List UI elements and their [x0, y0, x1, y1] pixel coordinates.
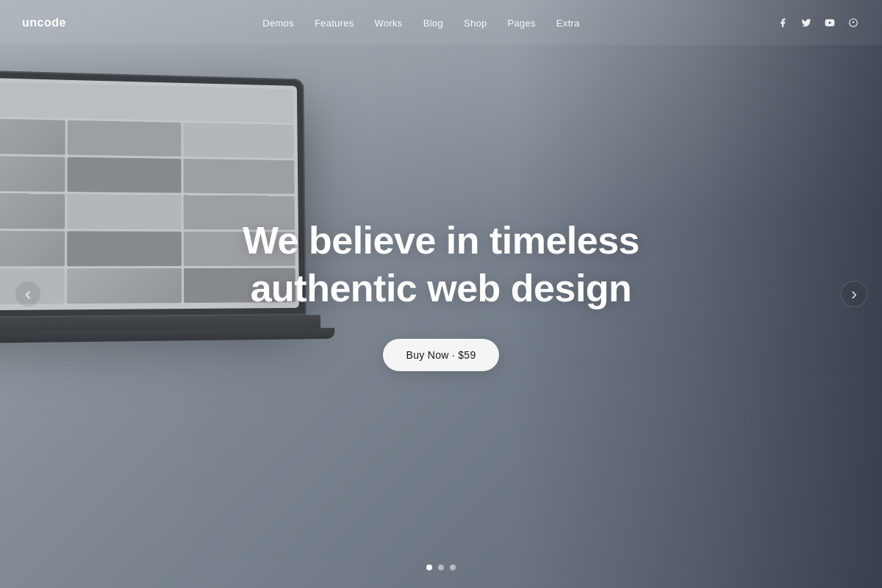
nav-item-works: Works	[375, 16, 403, 29]
nav-item-demos: Demos	[262, 16, 294, 29]
logo[interactable]: uncode	[22, 16, 66, 29]
nav-link-blog[interactable]: Blog	[423, 18, 443, 29]
carousel-dot-3[interactable]	[450, 564, 456, 570]
carousel-next-arrow[interactable]: ›	[841, 281, 867, 307]
youtube-icon[interactable]	[823, 16, 836, 29]
nav-link-pages[interactable]: Pages	[507, 18, 535, 29]
nav-link-works[interactable]: Works	[375, 18, 403, 29]
social-icons	[776, 16, 860, 29]
twitter-icon[interactable]	[800, 16, 813, 29]
hero-section: uncode Demos Features Works Blog Shop Pa…	[0, 0, 882, 588]
nav-link-extra[interactable]: Extra	[556, 18, 580, 29]
carousel-dot-2[interactable]	[438, 564, 444, 570]
navigation: uncode Demos Features Works Blog Shop Pa…	[0, 0, 882, 45]
carousel-dot-1[interactable]	[426, 564, 432, 570]
vine-icon[interactable]	[847, 16, 860, 29]
facebook-icon[interactable]	[776, 16, 789, 29]
hero-content: We believe in timeless authentic web des…	[220, 217, 662, 371]
nav-link-features[interactable]: Features	[315, 18, 354, 29]
carousel-dots	[426, 564, 456, 570]
hero-headline: We believe in timeless authentic web des…	[220, 217, 662, 312]
nav-item-blog: Blog	[423, 16, 443, 29]
nav-item-extra: Extra	[556, 16, 580, 29]
nav-item-shop: Shop	[464, 16, 487, 29]
nav-link-demos[interactable]: Demos	[262, 18, 294, 29]
nav-item-pages: Pages	[507, 16, 535, 29]
carousel-prev-arrow[interactable]: ‹	[15, 281, 41, 307]
nav-links: Demos Features Works Blog Shop Pages Ext…	[262, 16, 580, 29]
buy-now-button[interactable]: Buy Now · $59	[383, 339, 500, 371]
nav-link-shop[interactable]: Shop	[464, 18, 487, 29]
nav-item-features: Features	[315, 16, 354, 29]
